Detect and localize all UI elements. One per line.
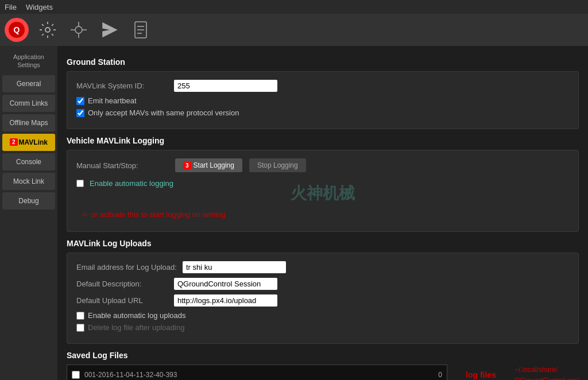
ground-station-title: Ground Station <box>67 57 579 67</box>
enable-auto-logging-checkbox[interactable] <box>76 180 84 187</box>
send-toolbar-icon[interactable] <box>98 18 122 42</box>
default-url-input[interactable] <box>174 294 277 307</box>
default-url-row: Default Upload URL <box>76 294 569 307</box>
sidebar-title: Application Settings <box>0 48 57 74</box>
content-area: Ground Station MAVLink System ID: Emit h… <box>57 46 588 380</box>
sidebar: Application Settings General Comm Links … <box>0 46 57 380</box>
stop-logging-button[interactable]: Stop Logging <box>249 158 306 172</box>
log-files-box[interactable]: 001-2016-11-04-11-32-40-393 0 001-2016-1… <box>67 365 447 380</box>
log-appear-hint: log files appear here <box>454 365 508 380</box>
watermark-area: Enable automatic logging 火神机械 <box>76 179 569 208</box>
manual-start-stop-label: Manual Start/Stop: <box>76 161 168 170</box>
menu-widgets[interactable]: Widgets <box>26 3 53 11</box>
emit-heartbeat-row: Emit heartbeat <box>76 96 569 105</box>
file-toolbar-icon[interactable] <box>129 18 153 42</box>
only-accept-mavs-checkbox[interactable] <box>76 109 84 117</box>
menu-file[interactable]: File <box>5 3 17 11</box>
svg-point-3 <box>75 26 82 33</box>
activate-hint: <- or activate this to start logging on … <box>82 210 226 219</box>
svg-point-2 <box>45 28 50 32</box>
default-desc-label: Default Description: <box>76 280 168 288</box>
menu-bar: File Widgets <box>0 0 588 14</box>
log-uploads-title: MAVLink Log Uploads <box>67 239 579 248</box>
enable-auto-uploads-label: Enable automatic log uploads <box>88 311 186 320</box>
vehicle-toolbar-icon[interactable] <box>67 18 91 42</box>
sidebar-item-debug[interactable]: Debug <box>2 192 55 210</box>
mavlink-id-input[interactable] <box>174 80 277 92</box>
auto-logging-row: Enable automatic logging <box>76 179 569 188</box>
delete-log-row: Delete log file after uploading <box>76 323 569 332</box>
sidebar-item-offline-maps[interactable]: Offline Maps <box>2 114 55 131</box>
enable-auto-uploads-checkbox[interactable] <box>76 312 84 320</box>
default-url-label: Default Upload URL <box>76 296 168 305</box>
saved-logs-wrapper: 001-2016-11-04-11-32-40-393 0 001-2016-1… <box>67 365 579 380</box>
delete-log-checkbox[interactable] <box>76 324 84 332</box>
only-accept-mavs-row: Only accept MAVs with same protocol vers… <box>76 108 569 117</box>
mavlink-id-label: MAVLink System ID: <box>76 82 168 90</box>
sidebar-item-comm-links[interactable]: Comm Links <box>2 95 55 112</box>
sidebar-item-console[interactable]: Console <box>2 153 55 170</box>
start-logging-badge: 3 <box>183 162 191 169</box>
default-desc-input[interactable] <box>174 278 277 290</box>
log-path-text: ~/.local/share/QGroundControl.org/QGroun… <box>514 365 579 380</box>
svg-text:Q: Q <box>14 25 20 34</box>
toolbar: Q <box>0 14 588 46</box>
activate-hint-row: <- or activate this to start logging on … <box>76 210 569 219</box>
log-file-name: 001-2016-11-04-11-32-40-393 <box>84 371 403 379</box>
mavlink-id-row: MAVLink System ID: <box>76 80 569 92</box>
vehicle-logging-title: Vehicle MAVLink Logging <box>67 136 579 145</box>
svg-marker-8 <box>103 23 117 37</box>
log-file-checkbox[interactable] <box>72 371 80 379</box>
sidebar-item-mock-link[interactable]: Mock Link <box>2 173 55 190</box>
emit-heartbeat-label: Emit heartbeat <box>88 96 137 105</box>
vehicle-logging-box: Manual Start/Stop: 3 Start Logging Stop … <box>67 150 579 232</box>
email-row: Email address for Log Upload: <box>76 261 569 273</box>
saved-logs-title: Saved Log Files <box>67 351 579 360</box>
main-layout: Application Settings General Comm Links … <box>0 46 588 380</box>
log-uploads-box: Email address for Log Upload: Default De… <box>67 253 579 344</box>
delete-log-label: Delete log file after uploading <box>88 323 184 332</box>
enable-auto-uploads-row: Enable automatic log uploads <box>76 311 569 320</box>
ground-station-box: MAVLink System ID: Emit heartbeat Only a… <box>67 71 579 129</box>
email-input[interactable] <box>183 261 286 273</box>
emit-heartbeat-checkbox[interactable] <box>76 97 84 105</box>
home-toolbar-icon[interactable]: Q <box>5 18 29 42</box>
default-desc-row: Default Description: <box>76 278 569 290</box>
mavlink-badge: 2 <box>10 138 18 146</box>
sidebar-item-mavlink[interactable]: 2 MAVLink <box>2 134 55 151</box>
enable-auto-logging-label: Enable automatic logging <box>90 179 173 188</box>
log-file-row: 001-2016-11-04-11-32-40-393 0 <box>72 370 442 380</box>
saved-logs-inner: 001-2016-11-04-11-32-40-393 0 001-2016-1… <box>67 365 447 380</box>
email-label: Email address for Log Upload: <box>76 263 177 272</box>
sidebar-item-general[interactable]: General <box>2 75 55 92</box>
log-file-size: 0 <box>408 371 442 379</box>
settings-toolbar-icon[interactable] <box>36 18 60 42</box>
manual-start-stop-row: Manual Start/Stop: 3 Start Logging Stop … <box>76 158 569 172</box>
only-accept-mavs-label: Only accept MAVs with same protocol vers… <box>88 108 239 117</box>
start-logging-button[interactable]: 3 Start Logging <box>175 158 242 172</box>
